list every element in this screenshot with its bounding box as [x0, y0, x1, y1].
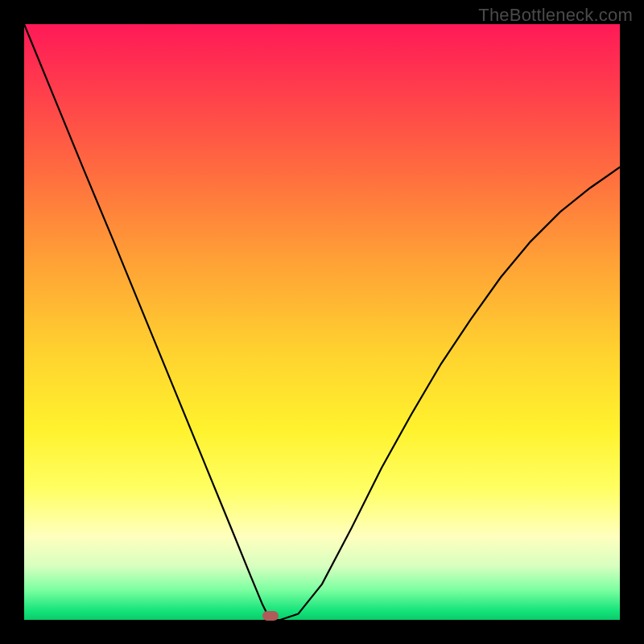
watermark-text: TheBottleneck.com [478, 5, 633, 26]
plot-area [24, 24, 620, 620]
bottleneck-curve [24, 24, 620, 620]
min-marker [262, 611, 279, 621]
curve-svg [24, 24, 620, 620]
chart-frame: TheBottleneck.com [0, 0, 644, 644]
